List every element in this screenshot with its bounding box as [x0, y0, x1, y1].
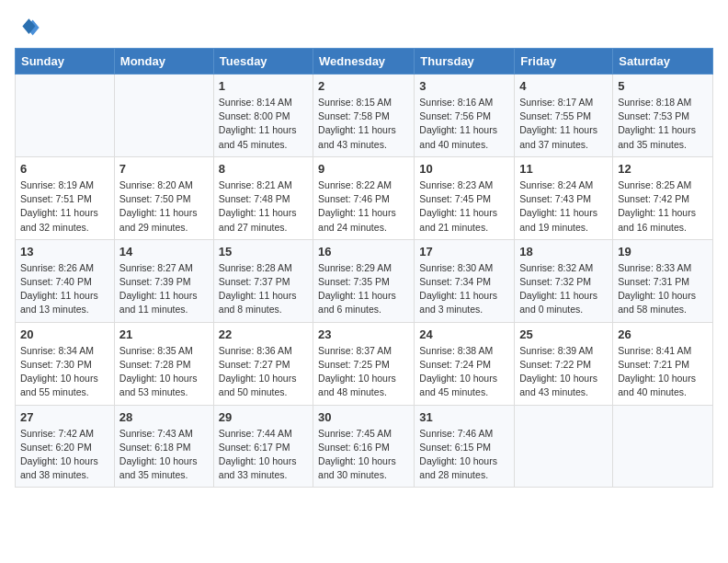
calendar-cell: 25Sunrise: 8:39 AM Sunset: 7:22 PM Dayli…	[515, 322, 613, 405]
day-number: 20	[20, 327, 109, 341]
day-info: Sunrise: 8:14 AM Sunset: 8:00 PM Dayligh…	[219, 96, 308, 152]
day-info: Sunrise: 8:16 AM Sunset: 7:56 PM Dayligh…	[419, 96, 509, 152]
day-number: 27	[20, 410, 109, 424]
day-number: 17	[419, 245, 509, 259]
day-info: Sunrise: 8:23 AM Sunset: 7:45 PM Dayligh…	[419, 178, 509, 235]
day-info: Sunrise: 8:19 AM Sunset: 7:51 PM Dayligh…	[20, 178, 109, 235]
day-number: 1	[219, 79, 308, 93]
day-header-monday: Monday	[114, 49, 213, 75]
day-info: Sunrise: 8:24 AM Sunset: 7:43 PM Dayligh…	[519, 178, 608, 235]
calendar-cell: 28Sunrise: 7:43 AM Sunset: 6:18 PM Dayli…	[114, 405, 213, 488]
calendar-cell: 13Sunrise: 8:26 AM Sunset: 7:40 PM Dayli…	[16, 239, 115, 322]
day-info: Sunrise: 8:15 AM Sunset: 7:58 PM Dayligh…	[318, 96, 409, 152]
day-number: 18	[519, 245, 608, 259]
page-header	[15, 15, 713, 40]
day-number: 4	[519, 79, 608, 93]
day-number: 21	[119, 327, 209, 341]
day-number: 16	[318, 245, 409, 259]
day-number: 6	[20, 162, 109, 176]
day-number: 24	[419, 327, 509, 341]
day-info: Sunrise: 7:45 AM Sunset: 6:16 PM Dayligh…	[318, 427, 409, 483]
logo	[15, 15, 44, 40]
calendar-cell: 2Sunrise: 8:15 AM Sunset: 7:58 PM Daylig…	[313, 75, 415, 157]
calendar-cell: 20Sunrise: 8:34 AM Sunset: 7:30 PM Dayli…	[16, 322, 115, 405]
day-number: 12	[618, 162, 708, 176]
calendar-cell: 7Sunrise: 8:20 AM Sunset: 7:50 PM Daylig…	[114, 156, 213, 239]
calendar-cell: 14Sunrise: 8:27 AM Sunset: 7:39 PM Dayli…	[114, 239, 213, 322]
day-info: Sunrise: 7:44 AM Sunset: 6:17 PM Dayligh…	[219, 427, 308, 483]
day-number: 30	[318, 410, 409, 424]
day-info: Sunrise: 8:41 AM Sunset: 7:21 PM Dayligh…	[618, 344, 708, 400]
day-header-tuesday: Tuesday	[213, 49, 313, 75]
day-number: 19	[618, 245, 708, 259]
day-info: Sunrise: 8:39 AM Sunset: 7:22 PM Dayligh…	[519, 344, 608, 400]
calendar-cell: 29Sunrise: 7:44 AM Sunset: 6:17 PM Dayli…	[213, 405, 313, 488]
calendar-cell: 11Sunrise: 8:24 AM Sunset: 7:43 PM Dayli…	[515, 156, 613, 239]
day-header-sunday: Sunday	[16, 49, 115, 75]
day-info: Sunrise: 7:43 AM Sunset: 6:18 PM Dayligh…	[119, 427, 209, 483]
calendar-cell	[613, 405, 713, 488]
calendar-cell	[515, 405, 613, 488]
calendar-cell: 6Sunrise: 8:19 AM Sunset: 7:51 PM Daylig…	[16, 156, 115, 239]
day-header-friday: Friday	[515, 49, 613, 75]
day-info: Sunrise: 8:34 AM Sunset: 7:30 PM Dayligh…	[20, 344, 109, 400]
calendar-cell: 1Sunrise: 8:14 AM Sunset: 8:00 PM Daylig…	[213, 75, 313, 157]
day-info: Sunrise: 8:32 AM Sunset: 7:32 PM Dayligh…	[519, 261, 608, 317]
day-info: Sunrise: 8:27 AM Sunset: 7:39 PM Dayligh…	[119, 261, 209, 317]
day-header-wednesday: Wednesday	[313, 49, 415, 75]
calendar-cell: 31Sunrise: 7:46 AM Sunset: 6:15 PM Dayli…	[415, 405, 515, 488]
day-of-week-row: SundayMondayTuesdayWednesdayThursdayFrid…	[16, 49, 713, 75]
day-number: 26	[618, 327, 708, 341]
day-number: 15	[219, 245, 308, 259]
calendar-cell	[16, 75, 115, 157]
day-info: Sunrise: 8:17 AM Sunset: 7:55 PM Dayligh…	[519, 96, 608, 152]
calendar-cell: 26Sunrise: 8:41 AM Sunset: 7:21 PM Dayli…	[613, 322, 713, 405]
calendar-cell: 10Sunrise: 8:23 AM Sunset: 7:45 PM Dayli…	[415, 156, 515, 239]
calendar-cell: 21Sunrise: 8:35 AM Sunset: 7:28 PM Dayli…	[114, 322, 213, 405]
day-info: Sunrise: 8:30 AM Sunset: 7:34 PM Dayligh…	[419, 261, 509, 317]
day-info: Sunrise: 8:38 AM Sunset: 7:24 PM Dayligh…	[419, 344, 509, 400]
calendar-body: 1Sunrise: 8:14 AM Sunset: 8:00 PM Daylig…	[16, 75, 713, 488]
calendar-cell: 4Sunrise: 8:17 AM Sunset: 7:55 PM Daylig…	[515, 75, 613, 157]
day-info: Sunrise: 7:46 AM Sunset: 6:15 PM Dayligh…	[419, 427, 509, 483]
day-number: 14	[119, 245, 209, 259]
day-number: 29	[219, 410, 308, 424]
calendar-cell: 15Sunrise: 8:28 AM Sunset: 7:37 PM Dayli…	[213, 239, 313, 322]
day-number: 13	[20, 245, 109, 259]
day-number: 25	[519, 327, 608, 341]
day-info: Sunrise: 8:25 AM Sunset: 7:42 PM Dayligh…	[618, 178, 708, 235]
day-number: 2	[318, 79, 409, 93]
week-row-5: 27Sunrise: 7:42 AM Sunset: 6:20 PM Dayli…	[16, 405, 713, 488]
week-row-2: 6Sunrise: 8:19 AM Sunset: 7:51 PM Daylig…	[16, 156, 713, 239]
day-number: 22	[219, 327, 308, 341]
day-number: 11	[519, 162, 608, 176]
calendar-cell: 12Sunrise: 8:25 AM Sunset: 7:42 PM Dayli…	[613, 156, 713, 239]
day-info: Sunrise: 8:26 AM Sunset: 7:40 PM Dayligh…	[20, 261, 109, 317]
day-number: 31	[419, 410, 509, 424]
calendar-cell: 9Sunrise: 8:22 AM Sunset: 7:46 PM Daylig…	[313, 156, 415, 239]
day-header-saturday: Saturday	[613, 49, 713, 75]
week-row-4: 20Sunrise: 8:34 AM Sunset: 7:30 PM Dayli…	[16, 322, 713, 405]
week-row-1: 1Sunrise: 8:14 AM Sunset: 8:00 PM Daylig…	[16, 75, 713, 157]
calendar-table: SundayMondayTuesdayWednesdayThursdayFrid…	[15, 48, 713, 488]
day-header-thursday: Thursday	[415, 49, 515, 75]
day-info: Sunrise: 8:33 AM Sunset: 7:31 PM Dayligh…	[618, 261, 708, 317]
day-number: 9	[318, 162, 409, 176]
calendar-cell: 27Sunrise: 7:42 AM Sunset: 6:20 PM Dayli…	[16, 405, 115, 488]
day-info: Sunrise: 7:42 AM Sunset: 6:20 PM Dayligh…	[20, 427, 109, 483]
day-info: Sunrise: 8:29 AM Sunset: 7:35 PM Dayligh…	[318, 261, 409, 317]
day-info: Sunrise: 8:35 AM Sunset: 7:28 PM Dayligh…	[119, 344, 209, 400]
calendar-cell: 23Sunrise: 8:37 AM Sunset: 7:25 PM Dayli…	[313, 322, 415, 405]
day-info: Sunrise: 8:36 AM Sunset: 7:27 PM Dayligh…	[219, 344, 308, 400]
day-number: 5	[618, 79, 708, 93]
calendar-cell: 3Sunrise: 8:16 AM Sunset: 7:56 PM Daylig…	[415, 75, 515, 157]
calendar-cell: 17Sunrise: 8:30 AM Sunset: 7:34 PM Dayli…	[415, 239, 515, 322]
day-number: 8	[219, 162, 308, 176]
calendar-cell: 18Sunrise: 8:32 AM Sunset: 7:32 PM Dayli…	[515, 239, 613, 322]
day-info: Sunrise: 8:18 AM Sunset: 7:53 PM Dayligh…	[618, 96, 708, 152]
calendar-cell: 24Sunrise: 8:38 AM Sunset: 7:24 PM Dayli…	[415, 322, 515, 405]
logo-icon	[15, 15, 40, 40]
day-number: 23	[318, 327, 409, 341]
calendar-cell: 30Sunrise: 7:45 AM Sunset: 6:16 PM Dayli…	[313, 405, 415, 488]
day-info: Sunrise: 8:28 AM Sunset: 7:37 PM Dayligh…	[219, 261, 308, 317]
